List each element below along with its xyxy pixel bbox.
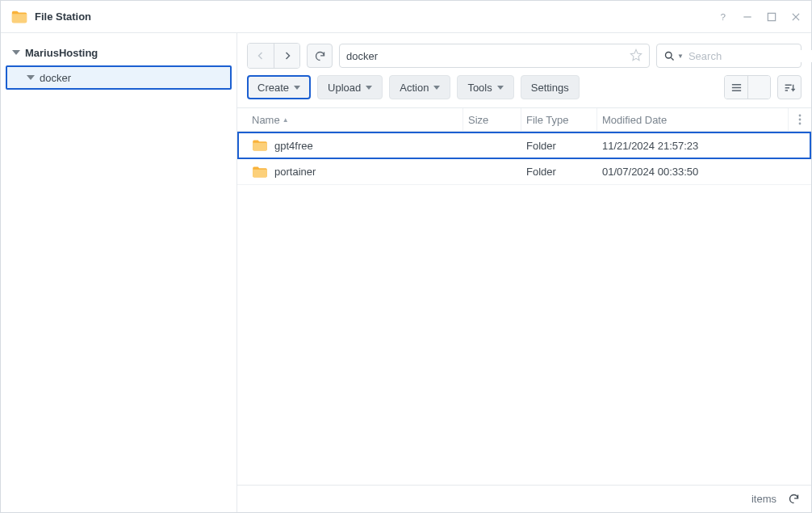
- file-station-window: File Station ? MariusHosting doc: [0, 0, 812, 513]
- upload-label: Upload: [328, 82, 361, 94]
- file-type: Folder: [521, 166, 597, 178]
- items-label: items: [751, 493, 776, 505]
- sort-asc-icon: ▲: [283, 116, 289, 124]
- tree-item-label: docker: [40, 72, 71, 84]
- file-date: 11/21/2024 21:57:23: [597, 140, 810, 152]
- table-body: gpt4free Folder 11/21/2024 21:57:23 port…: [237, 132, 811, 485]
- app-folder-icon: [10, 8, 28, 26]
- minimize-icon[interactable]: [742, 11, 753, 23]
- chevron-down-icon: [12, 50, 20, 55]
- search-caret-icon[interactable]: ▼: [677, 53, 684, 60]
- path-text: docker: [346, 50, 378, 62]
- col-name[interactable]: Name ▲: [247, 108, 463, 131]
- folder-icon: [252, 166, 268, 179]
- tree-root-label: MariusHosting: [25, 47, 98, 59]
- table-header: Name ▲ Size File Type Modified Date: [237, 107, 811, 132]
- list-view-button[interactable]: [725, 76, 747, 99]
- titlebar: File Station ?: [1, 1, 811, 33]
- window-controls: ?: [718, 11, 802, 23]
- tree-root[interactable]: MariusHosting: [6, 41, 232, 64]
- col-name-label: Name: [252, 114, 280, 126]
- caret-down-icon: [294, 86, 300, 90]
- toolbar-nav: docker ▼: [237, 33, 811, 75]
- file-name: gpt4free: [274, 140, 313, 152]
- chevron-down-icon: [27, 75, 35, 80]
- folder-icon: [252, 139, 268, 152]
- settings-label: Settings: [531, 82, 569, 94]
- file-type: Folder: [521, 140, 597, 152]
- tools-label: Tools: [467, 82, 492, 94]
- caret-down-icon: [366, 86, 372, 90]
- col-date[interactable]: Modified Date: [597, 108, 789, 131]
- view-mode-group: [724, 75, 771, 99]
- app-title: File Station: [35, 11, 718, 23]
- svg-text:?: ?: [721, 11, 726, 22]
- table-row[interactable]: portainer Folder 01/07/2024 00:33:50: [237, 159, 811, 185]
- tree-item-docker[interactable]: docker: [6, 65, 232, 90]
- settings-button[interactable]: Settings: [521, 75, 580, 99]
- create-label: Create: [257, 82, 289, 94]
- svg-rect-2: [768, 13, 775, 20]
- nav-group: [247, 43, 300, 69]
- statusbar: items: [237, 485, 811, 512]
- col-size[interactable]: Size: [463, 108, 521, 131]
- search-input[interactable]: [689, 50, 812, 62]
- svg-point-6: [799, 123, 802, 125]
- caret-down-icon: [433, 86, 440, 90]
- close-icon[interactable]: [790, 11, 802, 23]
- svg-point-4: [799, 115, 802, 117]
- create-button[interactable]: Create: [247, 75, 311, 99]
- action-button[interactable]: Action: [389, 75, 450, 99]
- file-date: 01/07/2024 00:33:50: [597, 166, 811, 178]
- col-type-label: File Type: [526, 114, 569, 126]
- col-date-label: Modified Date: [602, 114, 667, 126]
- maximize-icon[interactable]: [766, 11, 777, 23]
- file-table: Name ▲ Size File Type Modified Date: [237, 107, 811, 485]
- sidebar: MariusHosting docker: [1, 33, 237, 512]
- search-icon: [663, 50, 676, 62]
- help-icon[interactable]: ?: [718, 11, 729, 23]
- nav-forward-button[interactable]: [274, 44, 299, 68]
- toolbar-actions: Create Upload Action Tools Settings: [237, 75, 811, 107]
- nav-back-button[interactable]: [248, 44, 274, 68]
- favorite-star-icon[interactable]: [630, 48, 642, 64]
- caret-down-icon: [497, 86, 504, 90]
- tools-button[interactable]: Tools: [457, 75, 513, 99]
- sort-button[interactable]: [777, 75, 802, 99]
- refresh-button[interactable]: [307, 44, 333, 68]
- search-box[interactable]: ▼: [656, 44, 802, 68]
- svg-point-5: [799, 119, 802, 121]
- action-label: Action: [400, 82, 429, 94]
- table-row[interactable]: gpt4free Folder 11/21/2024 21:57:23: [237, 132, 811, 159]
- status-refresh-button[interactable]: [788, 493, 800, 505]
- main-panel: docker ▼ Create: [237, 33, 811, 512]
- view-mode-dropdown[interactable]: [747, 76, 770, 99]
- svg-rect-1: [743, 16, 751, 17]
- file-name: portainer: [274, 166, 316, 178]
- content: MariusHosting docker: [1, 33, 811, 512]
- col-size-label: Size: [468, 114, 488, 126]
- col-type[interactable]: File Type: [521, 108, 597, 131]
- path-input[interactable]: docker: [339, 44, 650, 68]
- svg-point-3: [666, 52, 672, 58]
- col-menu-button[interactable]: [789, 108, 811, 131]
- upload-button[interactable]: Upload: [317, 75, 383, 99]
